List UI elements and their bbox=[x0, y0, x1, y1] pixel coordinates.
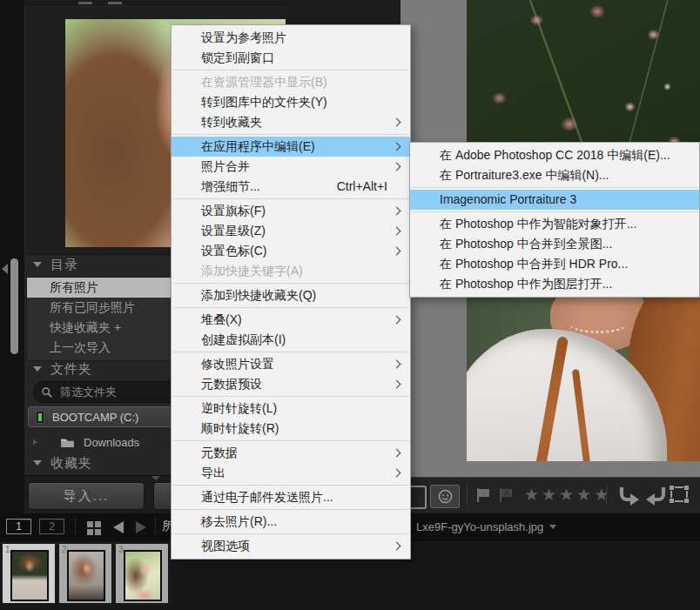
submenu-arrow-icon bbox=[393, 542, 401, 551]
menu-item-enhance-details[interactable]: 增强细节...Ctrl+Alt+I bbox=[172, 177, 410, 197]
thumbnail-index: 1 bbox=[5, 545, 10, 554]
thumbnail-photo bbox=[124, 550, 162, 601]
filmstrip-thumbnail-3[interactable]: 3 bbox=[116, 544, 168, 603]
menu-separator bbox=[172, 509, 409, 510]
submenu-arrow-icon bbox=[393, 247, 401, 256]
menu-item-rotate-left[interactable]: 逆时针旋转(L) bbox=[172, 399, 410, 419]
next-photo-icon[interactable] bbox=[136, 521, 146, 533]
window-dots-icon: ··· bbox=[20, 516, 30, 524]
collections-header-label: 收藏夹 bbox=[50, 455, 92, 472]
menu-item-go-to-collection[interactable]: 转到收藏夹 bbox=[172, 112, 410, 132]
menu-item-email-photo[interactable]: 通过电子邮件发送照片... bbox=[172, 487, 410, 507]
submenu-arrow-icon bbox=[393, 469, 401, 478]
menu-item-set-rating[interactable]: 设置星级(Z) bbox=[172, 221, 410, 241]
submenu-arrow-icon bbox=[393, 449, 401, 458]
filmstrip-thumbnail-2[interactable]: 2 bbox=[59, 544, 111, 603]
submenu-arrow-icon bbox=[393, 207, 401, 216]
menu-item-create-virtual-copy[interactable]: 创建虚拟副本(I) bbox=[172, 330, 410, 350]
submenu-arrow-icon bbox=[393, 360, 401, 369]
expander-icon[interactable] bbox=[33, 439, 37, 446]
submenu-arrow-icon bbox=[393, 316, 401, 325]
filmstrip-filename[interactable]: Lxe9F-gyYo-unsplash.jpg bbox=[416, 520, 556, 533]
star-rating[interactable]: ★★★★★ bbox=[524, 485, 611, 505]
menu-separator bbox=[172, 307, 409, 308]
menu-item-set-color-label[interactable]: 设置色标(C) bbox=[172, 241, 410, 261]
menu-item-add-shortcut-keyword: 添加快捷关键字(A) bbox=[172, 261, 410, 281]
menu-item-remove-photo[interactable]: 移去照片(R)... bbox=[172, 512, 410, 532]
menu-item-view-options[interactable]: 视图选项 bbox=[172, 536, 410, 556]
bar-divider bbox=[155, 519, 156, 534]
menu-item-set-reference-photo[interactable]: 设置为参考照片 bbox=[172, 28, 410, 48]
submenu-arrow-icon bbox=[393, 380, 401, 389]
submenu-item-merge-to-hdr-pro[interactable]: 在 Photoshop 中合并到 HDR Pro... bbox=[410, 254, 699, 274]
panel-bottom-collapse-icon[interactable] bbox=[151, 476, 160, 480]
menu-separator bbox=[172, 70, 409, 70]
volume-status-icon bbox=[36, 411, 44, 424]
menu-item-edit-in-application[interactable]: 在应用程序中编辑(E) bbox=[172, 137, 410, 157]
submenu-arrow-icon bbox=[393, 227, 401, 236]
submenu-arrow-icon bbox=[393, 118, 401, 127]
thumbnail-index: 3 bbox=[118, 545, 124, 554]
second-window-button[interactable]: ··· 2 bbox=[39, 519, 64, 534]
folder-icon bbox=[60, 437, 75, 448]
pick-flag-icon[interactable] bbox=[477, 488, 491, 502]
menu-item-stacking[interactable]: 堆叠(X) bbox=[172, 310, 410, 330]
menu-separator bbox=[411, 187, 698, 188]
folders-header-label: 文件夹 bbox=[50, 361, 92, 378]
main-window-button[interactable]: ··· 1 bbox=[6, 519, 31, 534]
submenu-item-open-as-layers[interactable]: 在 Photoshop 中作为图层打开... bbox=[410, 274, 699, 294]
catalog-header-label: 目录 bbox=[50, 257, 78, 273]
people-view-button[interactable] bbox=[430, 485, 460, 508]
filename-label: Lxe9F-gyYo-unsplash.jpg bbox=[416, 520, 543, 533]
bar-divider bbox=[75, 519, 76, 534]
menu-item-show-in-explorer: 在资源管理器中显示(B) bbox=[172, 72, 410, 92]
submenu-item-merge-to-panorama[interactable]: 在 Photoshop 中合并到全景图... bbox=[410, 234, 699, 254]
context-menu: 设置为参考照片 锁定到副窗口 在资源管理器中显示(B) 转到图库中的文件夹(Y)… bbox=[171, 24, 411, 560]
menu-item-lock-to-second-window[interactable]: 锁定到副窗口 bbox=[172, 48, 410, 68]
previous-photo-icon[interactable] bbox=[113, 521, 124, 533]
chevron-down-icon bbox=[33, 366, 42, 372]
panel-scrollbar[interactable] bbox=[10, 258, 18, 354]
filmstrip-thumbnail-1[interactable]: 1 bbox=[3, 544, 55, 603]
thumbnail-photo bbox=[67, 550, 105, 601]
people-view-icon bbox=[437, 488, 454, 505]
menu-item-set-flag[interactable]: 设置旗标(F) bbox=[172, 201, 410, 221]
submenu-item-edit-in-photoshop-cc-2018[interactable]: 在 Adobe Photoshop CC 2018 中编辑(E)... bbox=[410, 145, 699, 165]
menu-item-export[interactable]: 导出 bbox=[172, 463, 410, 483]
submenu-arrow-icon bbox=[393, 143, 401, 151]
grid-view-icon[interactable] bbox=[87, 521, 101, 535]
menu-separator bbox=[172, 396, 409, 397]
menu-separator bbox=[172, 352, 409, 352]
menu-separator bbox=[172, 440, 409, 441]
edit-in-submenu: 在 Adobe Photoshop CC 2018 中编辑(E)... 在 Po… bbox=[409, 142, 700, 298]
menu-separator bbox=[172, 198, 409, 199]
menu-item-develop-settings[interactable]: 修改照片设置 bbox=[172, 354, 410, 374]
search-icon bbox=[41, 386, 53, 399]
reject-flag-icon[interactable] bbox=[500, 488, 514, 502]
panel-collapse-icon[interactable] bbox=[2, 264, 8, 274]
submenu-item-edit-in-portraiture3-exe[interactable]: 在 Portraiture3.exe 中编辑(N)... bbox=[410, 165, 699, 185]
portrait-necklace bbox=[569, 315, 627, 333]
menu-separator bbox=[411, 211, 698, 212]
submenu-item-open-as-smart-object[interactable]: 在 Photoshop 中作为智能对象打开... bbox=[410, 214, 699, 234]
thumbnail-index: 2 bbox=[62, 545, 67, 554]
menu-item-photo-merge[interactable]: 照片合并 bbox=[172, 157, 410, 177]
toolbar-divider bbox=[606, 485, 607, 506]
crop-overlay-icon[interactable] bbox=[670, 486, 688, 502]
main-photo-portrait bbox=[467, 289, 700, 461]
menu-item-go-to-folder-in-library[interactable]: 转到图库中的文件夹(Y) bbox=[172, 92, 410, 112]
submenu-arrow-icon bbox=[393, 163, 401, 171]
volume-label: BOOTCAMP (C:) bbox=[52, 411, 138, 424]
menu-item-add-to-quick-collection[interactable]: 添加到快捷收藏夹(Q) bbox=[172, 285, 410, 305]
menu-separator bbox=[172, 134, 409, 135]
menu-shortcut: Ctrl+Alt+I bbox=[337, 177, 387, 197]
chevron-down-icon bbox=[33, 262, 42, 267]
submenu-item-imagenomic-portraiture-3[interactable]: Imagenomic Portraiture 3 bbox=[410, 190, 699, 210]
menu-separator bbox=[172, 533, 409, 534]
rotate-right-icon[interactable] bbox=[644, 486, 669, 506]
rotate-left-icon[interactable] bbox=[616, 486, 641, 506]
menu-item-metadata-presets[interactable]: 元数据预设 bbox=[172, 374, 410, 394]
menu-item-rotate-right[interactable]: 顺时针旋转(R) bbox=[172, 419, 410, 439]
import-button[interactable]: 导入... bbox=[28, 482, 145, 510]
menu-item-metadata[interactable]: 元数据 bbox=[172, 443, 410, 463]
